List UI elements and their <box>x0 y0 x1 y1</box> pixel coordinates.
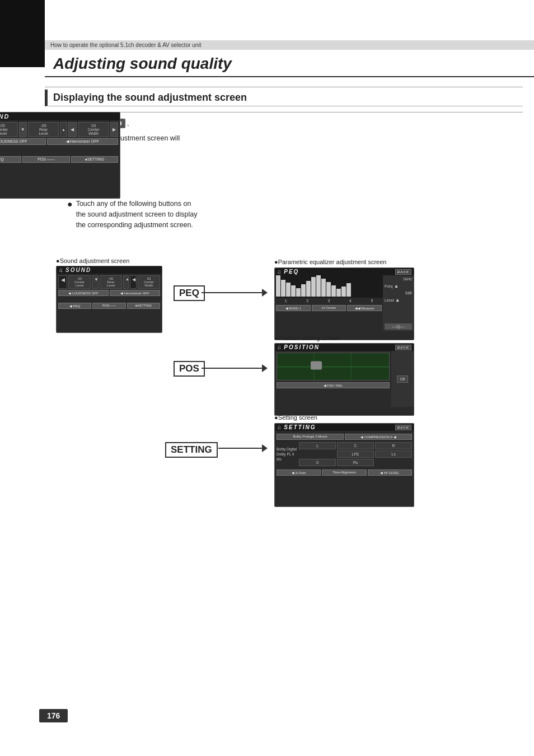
step-suffix: . <box>127 119 129 128</box>
breadcrumb: How to operate the optional 5.1ch decode… <box>45 40 534 50</box>
bullet-2-text: Touch any of the following buttons on th… <box>76 199 198 230</box>
ch-center-btn: ch Center <box>312 305 346 311</box>
time-alignment-btn: Time Alignment <box>322 469 366 476</box>
pos-arrow-line <box>202 368 263 369</box>
pos-arrow-head <box>262 364 268 372</box>
off-btn: Off <box>397 375 407 383</box>
sound-row3: ◀ PEQ POS —— ●SETTING <box>0 156 118 163</box>
matrix-L: L <box>299 442 336 449</box>
page-title: Adjusting sound quality <box>45 50 534 77</box>
pos-back-btn: BACK <box>395 345 411 350</box>
eq-bar-5 <box>296 288 301 297</box>
peq-screen: ♫ PEQ BACK <box>274 267 414 340</box>
matrix-S: S <box>299 459 336 466</box>
bullet-dot-2: ● <box>67 199 73 209</box>
spacer <box>0 145 118 155</box>
setting-body: Bolby Prologic II Movie ◀ COMPRESSION 9 … <box>275 431 414 477</box>
peq-body: 1 2 3 4 5 ◀ BAND 1 ch Center ◀◀ Measure … <box>275 275 414 331</box>
harmonizer-btn: ◀ Harmonizer OFF <box>47 138 119 145</box>
mini-down-arrow: ▼ <box>92 275 99 289</box>
pos-title-text: POSITION <box>284 344 320 350</box>
sound-cells-row: ◀ -05CenterLevel ▼ -05RearLevel ▲ ◀ 03Ce… <box>0 122 118 137</box>
eq-bars-container <box>275 275 383 298</box>
compression-btn: ◀ COMPRESSION 9 ◀ <box>345 434 412 440</box>
setting-screen-label: ●Setting screen <box>274 414 317 421</box>
black-sidebar <box>0 0 45 67</box>
peq-title-text: PEQ <box>284 269 299 275</box>
peq-back-btn: BACK <box>395 269 411 275</box>
setting-matrix: L C R LFE Ls S Rs <box>299 442 412 466</box>
matrix-Ls: Ls <box>375 450 412 458</box>
sound-mini-body: ◀ -05CenterLevel ▼ -05RearLevel ▲ ◀ 03Ce… <box>57 274 162 311</box>
page-number: 176 <box>39 709 68 722</box>
section-title: Displaying the sound adjustment screen <box>45 90 523 106</box>
eq-bar-7 <box>306 281 311 297</box>
eq-bar-13 <box>336 289 341 297</box>
freq-up: ▲ <box>394 283 399 289</box>
matrix-C: C <box>337 442 374 449</box>
band-1: 1 <box>276 299 296 303</box>
peq-arrow-line <box>202 292 263 293</box>
mini-setting: ●SETTING <box>127 303 160 309</box>
xover-btn: ◀ X-Over <box>277 469 321 476</box>
cell-center-level: -05CenterLevel <box>0 122 18 137</box>
sound-mini-cells: ◀ -05CenterLevel ▼ -05RearLevel ▲ ◀ 03Ce… <box>58 275 160 289</box>
band-numbers: 1 2 3 4 5 <box>275 298 383 304</box>
mini-peq: ◀ PEQ <box>58 303 91 309</box>
freq-label: Freq <box>385 284 392 288</box>
mini-center-width: 03CenterWidth <box>138 275 160 289</box>
setting-matrix-section: Bolby Digital Dolby PL II dts L C R LFE … <box>277 442 412 466</box>
setting-arrow-head <box>262 444 268 452</box>
setting-labels: Bolby Digital Dolby PL II dts <box>277 442 297 466</box>
eq-bar-4 <box>291 285 296 297</box>
peq-right-panel: 1kHz Freq ▲ 3dB Level ▲ —Q— <box>383 275 414 331</box>
pos-button: POS <box>174 361 205 377</box>
sound-screen-main: ♫ SOUND ◀ -05CenterLevel ▼ -05RearLevel … <box>0 112 120 199</box>
peq-top-right: BACK <box>395 269 411 275</box>
pos-nav-btn: POS —— <box>22 156 69 163</box>
freq-value: 1kHz <box>385 277 412 281</box>
dts-label: dts <box>277 457 297 461</box>
matrix-LFE: LFE <box>337 450 374 458</box>
band-4: 4 <box>340 299 360 303</box>
peq-nav-btn: ◀ PEQ <box>0 156 21 163</box>
sound-row2: ◀ LOUDNESS OFF ◀ Harmonizer OFF <box>0 138 118 145</box>
svg-rect-4 <box>311 361 322 369</box>
sound-mini-row2: ◀ LOUDNESS OFF ◀ Harmonizer OFF <box>58 290 160 296</box>
mini-spacer <box>58 296 160 302</box>
mini-rear-level: -05RearLevel <box>100 275 122 289</box>
level-control: Level ▲ <box>385 297 412 303</box>
eq-bar-10 <box>321 279 326 297</box>
matrix-R: R <box>375 442 412 449</box>
q-btn: —Q— <box>385 323 412 330</box>
level-label: Level <box>385 298 394 302</box>
sound-mini-title: ♫ SOUND <box>57 266 162 274</box>
dolby-pl2-label: Dolby PL II <box>277 452 297 456</box>
pos-title-bar: ♫ POSITION BACK <box>275 344 414 351</box>
sound-screen-mini: ♫ SOUND ◀ -05CenterLevel ▼ -05RearLevel … <box>56 266 162 333</box>
setting-title-bar: ♫ SETTING BACK <box>275 424 414 431</box>
band-2: 2 <box>297 299 317 303</box>
bullet-2-block: ● Touch any of the following buttons on … <box>67 199 224 232</box>
setting-nav-btn: ●SETTING <box>71 156 118 163</box>
measure-btn: ◀◀ Measure <box>347 305 382 311</box>
pos-right-panel: Off <box>391 351 414 407</box>
sound-title-bar: ♫ SOUND <box>0 112 120 120</box>
setting-arrow-line <box>218 448 263 449</box>
db-value: 3dB <box>385 291 412 295</box>
bolby-prologic-btn: Bolby Prologic II Movie <box>277 434 344 440</box>
setting-row1: Bolby Prologic II Movie ◀ COMPRESSION 9 … <box>277 434 412 440</box>
5p-level-btn: ◀ 5P LEVEL <box>368 469 412 476</box>
band-5: 5 <box>362 299 382 303</box>
mini-left-arrow: ◀ <box>58 275 67 289</box>
pos-body: ◀ FAD / BAL Off <box>275 351 414 407</box>
eq-bar-6 <box>301 284 306 297</box>
cell-rear-level: -05RearLevel <box>28 122 59 137</box>
pos-grid-svg <box>277 353 389 380</box>
setting-screen: ♫ SETTING BACK Bolby Prologic II Movie ◀… <box>274 423 414 507</box>
pos-bottom-row: ◀ FAD / BAL <box>277 382 390 388</box>
setting-bottom-row: ◀ X-Over Time Alignment ◀ 5P LEVEL <box>277 469 412 476</box>
bolby-digital-label: Bolby Digital <box>277 447 297 451</box>
cell-center-width: 03CenterWidth <box>78 122 109 137</box>
sound-mini-row3: ◀ PEQ POS—— ●SETTING <box>58 303 160 309</box>
